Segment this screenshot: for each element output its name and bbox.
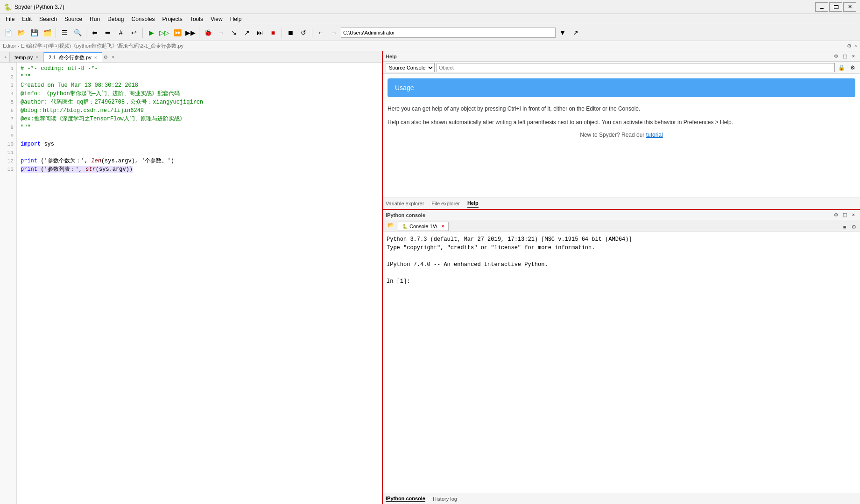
tab-temp-py-close[interactable]: × [35,55,38,60]
forward-button[interactable]: → [328,27,340,39]
menu-tools[interactable]: Tools [186,15,207,23]
tab-temp-py[interactable]: temp.py × [9,52,43,62]
console-gear-btn[interactable]: ⚙ [850,223,858,231]
toolbar-sep1 [56,28,56,38]
help-options-btn[interactable]: ⚙ [832,53,839,60]
step-into-button[interactable]: ↘ [228,27,240,39]
new-file-button[interactable]: 📄 [2,27,14,39]
interrupt-button[interactable]: ⏹ [284,27,296,39]
preferences-button[interactable]: ☰ [58,27,70,39]
tab-variable-explorer[interactable]: Variable explorer [386,200,424,207]
maximize-button[interactable]: 🗖 [829,2,842,12]
new-console-btn[interactable]: 📂 [385,219,397,231]
comment-button[interactable]: # [115,27,127,39]
help-title: Help [386,54,397,59]
tab-panel-close[interactable]: × [110,52,117,62]
help-panel: Help ⚙ ⬚ × Source Console Editor 🔒 ⚙ [383,51,860,210]
console-options-btn[interactable]: ⚙ [832,211,839,219]
run-cell-button[interactable]: ▷▷ [158,27,170,39]
code-content[interactable]: # -*- coding: utf-8 -*- """ Created on T… [17,63,382,504]
save-button[interactable]: 💾 [28,27,40,39]
help-source-select[interactable]: Source Console Editor [386,63,435,72]
run-selection-button[interactable]: ▶▶ [184,27,197,39]
menu-search[interactable]: Search [35,15,61,23]
console-tab-close[interactable]: × [441,223,444,230]
menu-file[interactable]: File [2,15,18,23]
help-gear-btn[interactable]: ⚙ [848,63,857,72]
run-cell-advance-button[interactable]: ⏩ [171,27,183,39]
usage-paragraph-2: Help can also be shown automatically aft… [388,118,855,127]
help-header-left: Help [386,54,397,59]
indent-button[interactable]: ➡ [102,27,114,39]
title-bar-left: 🐍 Spyder (Python 3.7) [4,3,64,11]
stop-button[interactable]: ■ [267,27,279,39]
console-btm-tab-ipython[interactable]: IPython console [386,496,425,502]
outdent-button[interactable]: ⬅ [89,27,101,39]
breadcrumb-options[interactable]: ⚙ [847,43,852,49]
menu-debug[interactable]: Debug [104,15,127,23]
code-editor[interactable]: 12345 678910 111213 # -*- coding: utf-8 … [0,63,382,504]
menu-run[interactable]: Run [86,15,104,23]
restart-button[interactable]: ↺ [297,27,310,39]
console-btm-tab-history[interactable]: History log [433,496,457,502]
help-panel-header: Help ⚙ ⬚ × [383,51,860,62]
tab-file-explorer[interactable]: File explorer [431,200,460,207]
run-file-button[interactable]: ▶ [145,27,157,39]
path-dropdown[interactable]: ▼ [557,27,569,39]
tutorial-link[interactable]: tutorial [646,132,663,138]
toolbar-sep6 [312,28,312,38]
help-object-input[interactable] [437,63,835,72]
debug-button[interactable]: 🐞 [202,27,214,39]
console-interrupt-btn[interactable]: ■ [840,223,849,231]
help-close-btn[interactable]: × [850,53,857,60]
path-navigate[interactable]: ↗ [570,27,582,39]
console-bottom-tabs: IPython console History log [383,493,860,504]
open-file-button[interactable]: 📂 [15,27,27,39]
path-display[interactable]: C:\Users\Administrator [341,28,556,38]
tab-help[interactable]: Help [467,199,479,208]
usage-footer: New to Spyder? Read our tutorial [388,132,855,138]
window-controls: 🗕 🗖 ✕ [815,2,856,12]
title-bar: 🐍 Spyder (Python 3.7) 🗕 🗖 ✕ [0,0,860,14]
console-output[interactable]: Python 3.7.3 (default, Mar 27 2019, 17:1… [383,231,860,493]
help-lock-btn[interactable]: 🔒 [837,63,846,72]
menu-edit[interactable]: Edit [18,15,35,23]
main-layout: + temp.py × 2-1_命令行参数.py × ⚙ × 12345 678… [0,51,860,504]
new-tab-button[interactable]: + [2,52,9,62]
console-tab-1[interactable]: 🐍 Console 1/A × [398,222,449,231]
tab-cmdargs-py[interactable]: 2-1_命令行参数.py × [43,52,102,62]
minimize-button[interactable]: 🗕 [815,2,828,12]
console-panel: IPython console ⚙ ⬚ × 📂 🐍 Console 1/A × … [383,210,860,504]
console-undock-btn[interactable]: ⬚ [841,211,848,219]
close-button[interactable]: ✕ [843,2,856,12]
step-button[interactable]: → [215,27,227,39]
back-button[interactable]: ← [315,27,327,39]
help-undock-btn[interactable]: ⬚ [841,53,848,60]
continue-button[interactable]: ⏭ [254,27,266,39]
toolbar-sep4 [199,28,199,38]
help-content: Usage Here you can get help of any objec… [383,74,860,197]
editor-breadcrumb: Editor - E:\编程学习\学习视频\《python带你起飞》\配套代码\… [0,41,860,51]
console-close-btn[interactable]: × [850,211,857,219]
menu-source[interactable]: Source [61,15,86,23]
usage-card: Usage [388,78,855,97]
menu-view[interactable]: View [207,15,226,23]
tab-cmdargs-py-close[interactable]: × [94,55,97,60]
toolbar-sep5 [282,28,282,38]
menu-consoles[interactable]: Consoles [127,15,158,23]
menu-help[interactable]: Help [226,15,246,23]
save-all-button[interactable]: 🗂️ [41,27,53,39]
uncomment-button[interactable]: ↩ [128,27,140,39]
menu-projects[interactable]: Projects [159,15,186,23]
console-line-3 [387,252,856,260]
console-prompt[interactable]: In [1]: [387,277,856,286]
step-return-button[interactable]: ↗ [241,27,253,39]
help-toolbar: Source Console Editor 🔒 ⚙ [383,62,860,74]
console-tabs: 📂 🐍 Console 1/A × ■ ⚙ [383,220,860,231]
find-button[interactable]: 🔍 [71,27,84,39]
console-header: IPython console ⚙ ⬚ × [383,210,860,220]
breadcrumb-close[interactable]: × [854,43,857,49]
breadcrumb-text: Editor - E:\编程学习\学习视频\《python带你起飞》\配套代码\… [3,42,183,49]
right-panel: Help ⚙ ⬚ × Source Console Editor 🔒 ⚙ [383,51,860,504]
tab-panel-options[interactable]: ⚙ [102,52,110,62]
